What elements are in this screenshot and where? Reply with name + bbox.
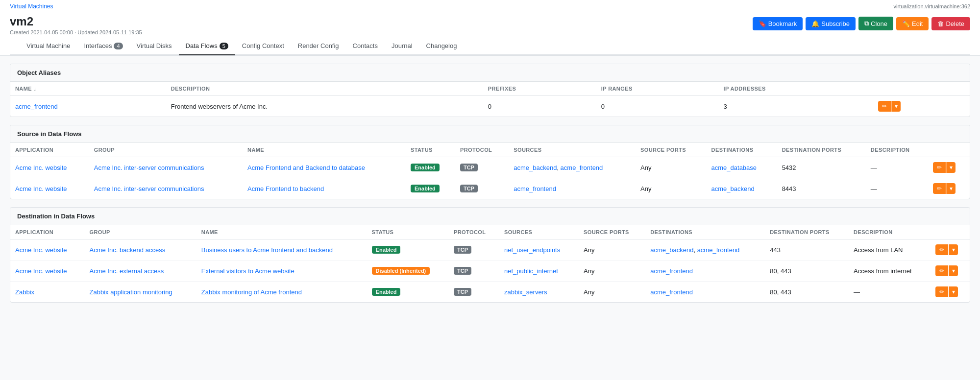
dst-name-link-3[interactable]: Zabbix monitoring of Acme frontend <box>201 288 302 296</box>
alias-description: Frontend webservers of Acme Inc. <box>166 96 483 117</box>
src-group-link-1[interactable]: Acme Inc. inter-server communications <box>94 164 204 171</box>
dst-desc-3: — <box>849 282 931 303</box>
src-protocol-badge-1: TCP <box>460 164 478 171</box>
src-row-actions-2: ✏ ▾ <box>933 183 965 194</box>
alias-expand-button[interactable]: ▾ <box>891 101 901 112</box>
table-row: Zabbix Zabbix application monitoring Zab… <box>10 282 970 303</box>
data-flows-badge: 5 <box>220 43 228 49</box>
src-group-link-2[interactable]: Acme Inc. inter-server communications <box>94 185 204 192</box>
tab-bar: Virtual Machine Interfaces 4 Virtual Dis… <box>10 37 970 55</box>
dst-group-link-2[interactable]: Acme Inc. external access <box>90 267 164 275</box>
bookmark-button[interactable]: 🔖 Bookmark <box>753 17 803 30</box>
dst-source-ports-3: Any <box>579 282 645 303</box>
src-col-dest-ports: DESTINATION PORTS <box>777 143 866 157</box>
tab-virtual-disks[interactable]: Virtual Disks <box>130 37 179 55</box>
col-name: NAME ↓ <box>10 82 166 96</box>
dst-col-dest-ports: DESTINATION PORTS <box>765 225 849 239</box>
src-dest-link-1[interactable]: acme_database <box>711 164 757 171</box>
edit-button[interactable]: ✏️ Edit <box>896 17 929 30</box>
src-desc-1: — <box>866 157 929 178</box>
dst-app-link-2[interactable]: Acme Inc. website <box>15 267 67 275</box>
object-aliases-section: Object Aliases NAME ↓ DESCRIPTION PREFIX… <box>10 64 970 117</box>
alias-ip-ranges: 0 <box>596 96 719 117</box>
dst-name-link-2[interactable]: External visitors to Acme website <box>201 267 294 275</box>
vm-meta: Created 2021-04-05 00:00 · Updated 2024-… <box>10 29 142 35</box>
src-col-name: NAME <box>243 143 406 157</box>
src-app-link-1[interactable]: Acme Inc. website <box>15 164 67 171</box>
tab-interfaces[interactable]: Interfaces 4 <box>77 37 129 55</box>
source-data-flows-header: Source in Data Flows <box>10 125 970 143</box>
src-source-link-1a[interactable]: acme_backend <box>514 164 557 171</box>
dst-source-link-3[interactable]: zabbix_servers <box>504 288 547 296</box>
destination-data-flows-table: APPLICATION GROUP NAME STATUS PROTOCOL S… <box>10 225 970 302</box>
dst-edit-button-1[interactable]: ✏ <box>935 244 948 255</box>
alias-edit-button[interactable]: ✏ <box>878 101 891 112</box>
tab-virtual-machine[interactable]: Virtual Machine <box>20 37 77 55</box>
src-edit-button-1[interactable]: ✏ <box>933 162 946 173</box>
destination-data-flows-section: Destination in Data Flows APPLICATION GR… <box>10 207 970 303</box>
dst-desc-1: Access from LAN <box>849 239 931 261</box>
delete-button[interactable]: 🗑 Delete <box>931 17 970 30</box>
src-name-link-2[interactable]: Acme Frontend to backend <box>247 185 324 192</box>
dst-col-destinations: DESTINATIONS <box>645 225 765 239</box>
tab-data-flows[interactable]: Data Flows 5 <box>179 37 235 55</box>
dst-protocol-badge-1: TCP <box>454 246 471 254</box>
dst-expand-button-2[interactable]: ▾ <box>949 265 958 276</box>
src-source-link-2[interactable]: acme_frontend <box>514 185 556 192</box>
col-actions <box>873 82 970 96</box>
dst-col-name: NAME <box>196 225 367 239</box>
dst-col-application: APPLICATION <box>10 225 85 239</box>
tab-journal[interactable]: Journal <box>385 37 419 55</box>
src-app-link-2[interactable]: Acme Inc. website <box>15 185 67 192</box>
dst-source-link-2[interactable]: net_public_internet <box>504 267 558 275</box>
src-source-link-1b[interactable]: acme_frontend <box>561 164 603 171</box>
dst-dest-link-3[interactable]: acme_frontend <box>650 288 693 296</box>
clone-button[interactable]: ⧉ Clone <box>858 17 893 30</box>
alias-name-link[interactable]: acme_frontend <box>15 103 58 110</box>
tab-contacts[interactable]: Contacts <box>346 37 385 55</box>
tab-config-context[interactable]: Config Context <box>235 37 291 55</box>
dst-group-link-1[interactable]: Acme Inc. backend access <box>90 246 166 254</box>
dst-col-source-ports: SOURCE PORTS <box>579 225 645 239</box>
src-name-link-1[interactable]: Acme Frontend and Backend to database <box>247 164 365 171</box>
src-expand-button-1[interactable]: ▾ <box>946 162 956 173</box>
dst-dest-link-1b[interactable]: acme_frontend <box>697 246 740 254</box>
dst-protocol-badge-2: TCP <box>454 267 471 275</box>
dst-status-badge-3: Enabled <box>372 288 401 296</box>
alias-prefixes: 0 <box>483 96 596 117</box>
edit-icon: ✏️ <box>902 20 910 27</box>
subscribe-button[interactable]: 🔔 Subscribe <box>806 17 856 30</box>
table-row: Acme Inc. website Acme Inc. external acc… <box>10 261 970 282</box>
dst-edit-button-3[interactable]: ✏ <box>935 286 948 297</box>
dst-source-link-1[interactable]: net_user_endpoints <box>504 246 560 254</box>
alias-actions: ✏ ▾ <box>878 101 965 112</box>
dst-expand-button-3[interactable]: ▾ <box>949 286 958 297</box>
dst-expand-button-1[interactable]: ▾ <box>949 244 958 255</box>
src-col-sources: SOURCES <box>509 143 636 157</box>
dst-dest-link-1a[interactable]: acme_backend <box>650 246 693 254</box>
src-status-badge-2: Enabled <box>411 185 440 192</box>
dst-dest-ports-1: 443 <box>765 239 849 261</box>
dst-col-status: STATUS <box>367 225 449 239</box>
tab-changelog[interactable]: Changelog <box>419 37 464 55</box>
src-dest-link-2[interactable]: acme_backend <box>711 185 755 192</box>
src-edit-button-2[interactable]: ✏ <box>933 183 946 194</box>
table-row: acme_frontend Frontend webservers of Acm… <box>10 96 970 117</box>
src-col-destinations: DESTINATIONS <box>707 143 777 157</box>
alias-ip-addresses: 3 <box>719 96 874 117</box>
dst-row-actions-2: ✏ ▾ <box>935 265 965 276</box>
dst-name-link-1[interactable]: Business users to Acme frontend and back… <box>201 246 333 254</box>
object-aliases-table: NAME ↓ DESCRIPTION PREFIXES IP RANGES IP… <box>10 82 970 117</box>
dst-edit-button-2[interactable]: ✏ <box>935 265 948 276</box>
subscribe-icon: 🔔 <box>811 20 819 27</box>
dst-app-link-3[interactable]: Zabbix <box>15 288 34 296</box>
table-row: Acme Inc. website Acme Inc. inter-server… <box>10 178 970 199</box>
dst-source-ports-2: Any <box>579 261 645 282</box>
breadcrumb-link[interactable]: Virtual Machines <box>10 3 53 10</box>
dst-group-link-3[interactable]: Zabbix application monitoring <box>90 288 172 296</box>
dst-app-link-1[interactable]: Acme Inc. website <box>15 246 67 254</box>
src-expand-button-2[interactable]: ▾ <box>946 183 956 194</box>
tab-render-config[interactable]: Render Config <box>291 37 346 55</box>
source-data-flows-section: Source in Data Flows APPLICATION GROUP N… <box>10 125 970 199</box>
dst-dest-link-2[interactable]: acme_frontend <box>650 267 693 275</box>
